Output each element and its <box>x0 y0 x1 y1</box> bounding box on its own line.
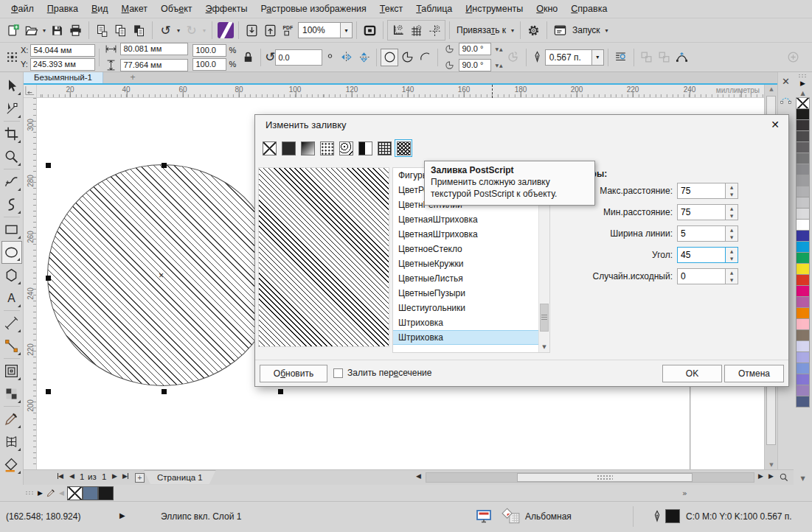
dialog-close-icon[interactable]: ✕ <box>771 119 780 130</box>
vertical-ruler[interactable]: 300280260240220200 <box>24 98 37 469</box>
outline-pen-icon[interactable] <box>650 508 664 525</box>
update-button[interactable]: Обновить <box>260 365 327 382</box>
copy-button[interactable] <box>111 21 130 40</box>
color-swatch[interactable] <box>796 329 810 341</box>
scale-x-field[interactable]: 100.0 <box>192 44 226 57</box>
launch-dropdown-icon[interactable]: ▾ <box>603 27 611 34</box>
texture-list-item[interactable]: ЦветныеПузыри <box>393 286 549 301</box>
color-swatch[interactable] <box>796 385 810 396</box>
menu-Текст[interactable]: Текст <box>373 0 409 18</box>
rotation-angle-field[interactable]: 0.0 <box>275 49 322 66</box>
uniform-fill-button[interactable] <box>280 139 297 157</box>
param-input[interactable] <box>677 247 726 263</box>
shape-tool[interactable] <box>1 97 22 120</box>
scroll-right-icon[interactable]: ▶ <box>758 472 763 480</box>
color-swatch[interactable] <box>796 318 810 330</box>
color-swatch[interactable] <box>796 351 810 363</box>
param-spinner[interactable]: ▲▼ <box>726 268 738 284</box>
color-swatch[interactable] <box>796 307 810 319</box>
bitmap-pattern-fill-button[interactable] <box>337 139 355 157</box>
y-position-field[interactable]: 245.393 мм <box>30 58 95 71</box>
color-swatch[interactable] <box>796 175 810 186</box>
pan-right-icon[interactable]: ▶ <box>768 472 774 480</box>
fullscreen-preview-button[interactable] <box>361 21 379 40</box>
zoom-fit-icon[interactable] <box>779 472 789 483</box>
zoom-tool[interactable] <box>1 145 22 168</box>
horizontal-scrollbar[interactable] <box>426 472 754 483</box>
menu-Правка[interactable]: Правка <box>41 0 85 18</box>
no-color-swatch[interactable] <box>67 486 83 500</box>
outline-width-dropdown-icon[interactable]: ▾ <box>592 49 604 66</box>
texture-list-item[interactable]: Штриховка <box>393 315 549 330</box>
options-button[interactable] <box>524 21 543 40</box>
color-swatch[interactable] <box>796 130 810 142</box>
docker-close-icon[interactable]: ✕ <box>782 76 790 87</box>
color-swatch[interactable] <box>796 153 810 164</box>
color-swatch[interactable] <box>796 363 810 374</box>
snap-to-label[interactable]: Привязать к <box>454 25 509 35</box>
menu-Макет[interactable]: Макет <box>115 0 154 18</box>
document-palette-flyout-icon[interactable]: ▶ <box>38 489 43 497</box>
launch-button[interactable] <box>551 21 569 40</box>
menu-Объект[interactable]: Объект <box>154 0 199 18</box>
color-swatch[interactable] <box>796 141 810 153</box>
previous-page-button[interactable]: ◀ <box>69 472 74 480</box>
selection-handle[interactable] <box>162 389 167 394</box>
new-document-tab-button[interactable]: + <box>127 72 139 83</box>
document-palette-grip[interactable] <box>25 491 35 495</box>
color-swatch[interactable] <box>796 285 810 297</box>
param-spinner[interactable]: ▲▼ <box>726 247 738 263</box>
palette-scroll-down-icon[interactable]: ▼ <box>800 475 805 482</box>
undo-dropdown-icon[interactable]: ▾ <box>175 27 182 34</box>
page-orientation-icon[interactable] <box>502 507 521 526</box>
no-color-swatch[interactable] <box>796 97 810 109</box>
pie-mode-button[interactable] <box>398 49 416 66</box>
color-swatch[interactable] <box>796 374 810 385</box>
document-palette-more-icon[interactable]: » <box>682 489 687 498</box>
list-scroll-down-icon[interactable]: ▼ <box>539 344 549 350</box>
selection-handle[interactable] <box>162 163 167 168</box>
menu-Файл[interactable]: Файл <box>4 0 41 18</box>
selection-handle[interactable] <box>46 389 51 394</box>
palette-scroll-up-icon[interactable]: ▲ <box>800 90 805 97</box>
status-flyout-icon[interactable]: ▶ <box>119 511 125 519</box>
first-page-button[interactable]: ◀ <box>58 472 63 480</box>
connector-tool[interactable] <box>1 335 22 357</box>
color-swatch[interactable] <box>98 486 114 500</box>
horizontal-scroll-thumb[interactable] <box>517 473 693 482</box>
vector-pattern-fill-button[interactable] <box>318 139 336 157</box>
arc-start-spinner[interactable]: ▼▲ <box>493 46 504 52</box>
color-swatch[interactable] <box>796 186 810 197</box>
color-swatch[interactable] <box>796 108 810 120</box>
save-button[interactable] <box>48 21 66 40</box>
search-content-button[interactable] <box>216 21 235 40</box>
crop-tool[interactable] <box>1 122 22 145</box>
eyedropper-tool[interactable] <box>1 407 22 430</box>
zoom-level-dropdown-icon[interactable]: ▾ <box>341 22 353 38</box>
param-input[interactable] <box>677 204 726 220</box>
menu-Инструменты[interactable]: Инструменты <box>459 0 530 18</box>
menu-Таблица[interactable]: Таблица <box>409 0 459 18</box>
color-swatch[interactable] <box>796 219 810 231</box>
color-swatch[interactable] <box>796 396 810 407</box>
object-center-mark[interactable]: × <box>159 270 164 281</box>
freehand-tool[interactable] <box>1 170 22 193</box>
color-swatch[interactable] <box>796 241 810 253</box>
selection-handle[interactable] <box>46 276 51 281</box>
document-tab[interactable]: Безымянный-1 <box>24 72 103 83</box>
object-width-field[interactable]: 80.081 мм <box>120 43 188 55</box>
color-swatch[interactable] <box>796 252 810 264</box>
color-swatch[interactable] <box>796 340 810 352</box>
cancel-button[interactable]: Отмена <box>724 365 784 382</box>
new-document-button[interactable] <box>4 21 22 40</box>
convert-to-curves-button[interactable] <box>673 49 691 66</box>
import-button[interactable] <box>243 21 261 40</box>
param-input[interactable] <box>677 225 726 242</box>
arc-end-field[interactable]: 90.0 ° <box>459 59 491 71</box>
cut-button[interactable] <box>93 21 111 40</box>
text-tool[interactable]: A <box>1 287 22 309</box>
transparency-tool[interactable] <box>1 382 22 405</box>
horizontal-ruler[interactable]: миллиметры 20406080100120140160180200220… <box>37 85 764 98</box>
rectangle-tool[interactable] <box>1 218 22 241</box>
no-fill-button[interactable] <box>260 139 278 157</box>
